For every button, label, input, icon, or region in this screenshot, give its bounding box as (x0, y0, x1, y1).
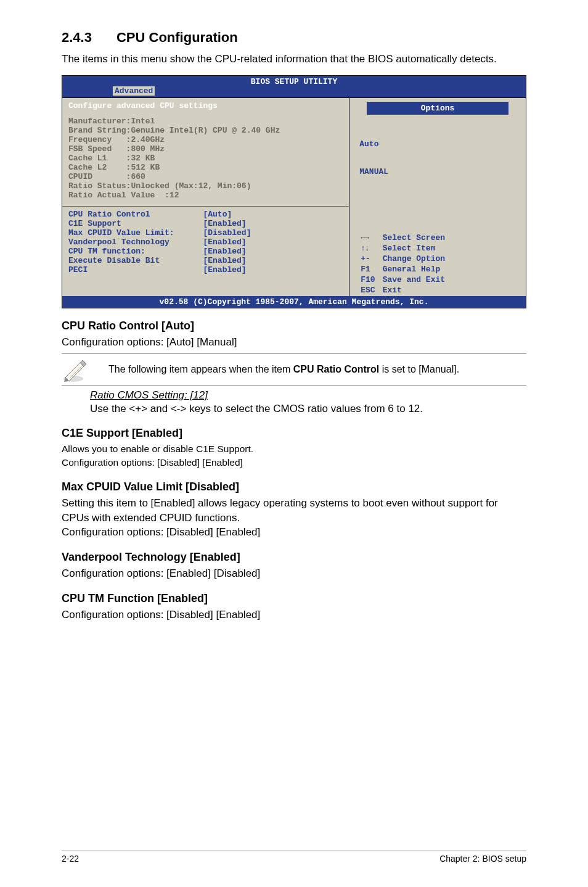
info-line: Ratio Actual Value :12 (68, 191, 343, 200)
setting-label: PECI (68, 265, 88, 274)
bios-settings-list: CPU Ratio Control [Auto] C1E Support [En… (62, 207, 349, 287)
section-title: CPU Configuration (116, 30, 238, 45)
ratio-cmos-title: Ratio CMOS Setting: [12] (90, 389, 526, 402)
setting-label: Vanderpool Technology (68, 237, 169, 247)
info-line: CPUID :660 (68, 172, 343, 181)
setting-row[interactable]: CPU Ratio Control [Auto] (68, 210, 343, 219)
bios-title: BIOS SETUP UTILITY (62, 76, 526, 86)
nav-key: ↑↓ (361, 244, 381, 253)
option-item[interactable]: MANUAL (359, 167, 516, 176)
setting-row[interactable]: Execute Disable Bit [Enabled] (68, 256, 343, 265)
nav-key: F10 (361, 275, 381, 284)
page-footer: 2-22 Chapter 2: BIOS setup (62, 851, 526, 864)
bios-cpu-info: Manufacturer:Intel Brand String:Genuine … (62, 113, 349, 207)
bios-options-heading: Options (367, 102, 508, 115)
bios-nav-help: ←→Select Screen ↑↓Select Item +-Change O… (356, 197, 520, 296)
setting-value: [Enabled] (203, 247, 246, 256)
subsection-vanderpool-body: Configuration options: [Enabled] [Disabl… (62, 566, 526, 581)
info-line: Frequency :2.40GHz (68, 135, 343, 144)
setting-label: Max CPUID Value Limit: (68, 228, 174, 237)
nav-key: F1 (361, 265, 381, 274)
subsection-cputm-title: CPU TM Function [Enabled] (62, 592, 526, 605)
setting-value: [Disabled] (203, 228, 251, 237)
subsection-vanderpool-title: Vanderpool Technology [Enabled] (62, 551, 526, 564)
setting-value: [Enabled] (203, 219, 246, 228)
setting-row[interactable]: Vanderpool Technology [Enabled] (68, 237, 343, 247)
pencil-note-icon (62, 357, 90, 382)
section-heading: 2.4.3CPU Configuration (62, 30, 526, 46)
bios-right-pane: Options Auto MANUAL ←→Select Screen ↑↓Se… (349, 98, 526, 296)
nav-key: ESC (361, 286, 381, 295)
subsection-cpu-ratio-body: Configuration options: [Auto] [Manual] (62, 335, 526, 350)
setting-value: [Enabled] (203, 256, 246, 265)
chapter-label: Chapter 2: BIOS setup (439, 854, 526, 864)
nav-key: +- (361, 254, 381, 263)
intro-text: The items in this menu show the CPU-rela… (62, 52, 526, 67)
setting-row[interactable]: CPU TM function: [Enabled] (68, 247, 343, 256)
note-bold: CPU Ratio Control (293, 364, 380, 374)
nav-label: General Help (383, 265, 451, 274)
note-text: The following item appears when the item… (90, 363, 459, 376)
setting-row[interactable]: PECI [Enabled] (68, 265, 343, 274)
note-block: The following item appears when the item… (62, 353, 526, 386)
info-line: Cache L2 :512 KB (68, 163, 343, 172)
info-line: Ratio Status:Unlocked (Max:12, Min:06) (68, 181, 343, 191)
setting-label: CPU TM function: (68, 247, 145, 256)
nav-label: Exit (383, 286, 451, 295)
nav-key: ←→ (361, 233, 381, 242)
setting-value: [Enabled] (203, 265, 246, 274)
setting-label: CPU Ratio Control (68, 210, 150, 219)
subsection-cputm-body: Configuration options: [Disabled] [Enabl… (62, 608, 526, 622)
bios-tab-advanced[interactable]: Advanced (113, 86, 155, 96)
setting-value: [Enabled] (203, 237, 246, 247)
section-number: 2.4.3 (62, 30, 92, 46)
nav-label: Change Option (383, 254, 451, 263)
nav-label: Select Item (383, 244, 451, 253)
note-prefix: The following item appears when the item (108, 364, 293, 374)
bios-tab-row: Advanced (62, 86, 526, 97)
bios-left-pane: Configure advanced CPU settings Manufact… (62, 98, 349, 296)
setting-label: Execute Disable Bit (68, 256, 160, 265)
option-item[interactable]: Auto (359, 139, 516, 149)
subsection-c1e-body: Allows you to enable or disable C1E Supp… (62, 442, 526, 469)
bios-options-list: Auto MANUAL (356, 118, 520, 197)
subsection-maxcpuid-body: Setting this item to [Enabled] allows le… (62, 496, 526, 540)
note-suffix: is set to [Manual]. (379, 364, 459, 374)
ratio-cmos-body: Use the <+> and <-> keys to select the C… (90, 402, 526, 416)
bios-screenshot: BIOS SETUP UTILITY Advanced Configure ad… (62, 75, 526, 308)
setting-row[interactable]: Max CPUID Value Limit: [Disabled] (68, 228, 343, 237)
nav-label: Select Screen (383, 233, 451, 242)
subsection-cpu-ratio-title: CPU Ratio Control [Auto] (62, 320, 526, 332)
page-number: 2-22 (62, 854, 79, 864)
nav-label: Save and Exit (383, 275, 451, 284)
bios-copyright: v02.58 (C)Copyright 1985-2007, American … (62, 296, 526, 308)
info-line: Cache L1 :32 KB (68, 154, 343, 163)
info-line: Manufacturer:Intel (68, 117, 343, 126)
bios-left-heading: Configure advanced CPU settings (62, 98, 349, 113)
info-line: FSB Speed :800 MHz (68, 144, 343, 154)
setting-row[interactable]: C1E Support [Enabled] (68, 219, 343, 228)
info-line: Brand String:Genuine Intel(R) CPU @ 2.40… (68, 126, 343, 135)
subsection-c1e-title: C1E Support [Enabled] (62, 427, 526, 440)
setting-value: [Auto] (203, 210, 232, 219)
setting-label: C1E Support (68, 219, 121, 228)
bios-body: Configure advanced CPU settings Manufact… (62, 97, 526, 296)
subsection-maxcpuid-title: Max CPUID Value Limit [Disabled] (62, 481, 526, 493)
